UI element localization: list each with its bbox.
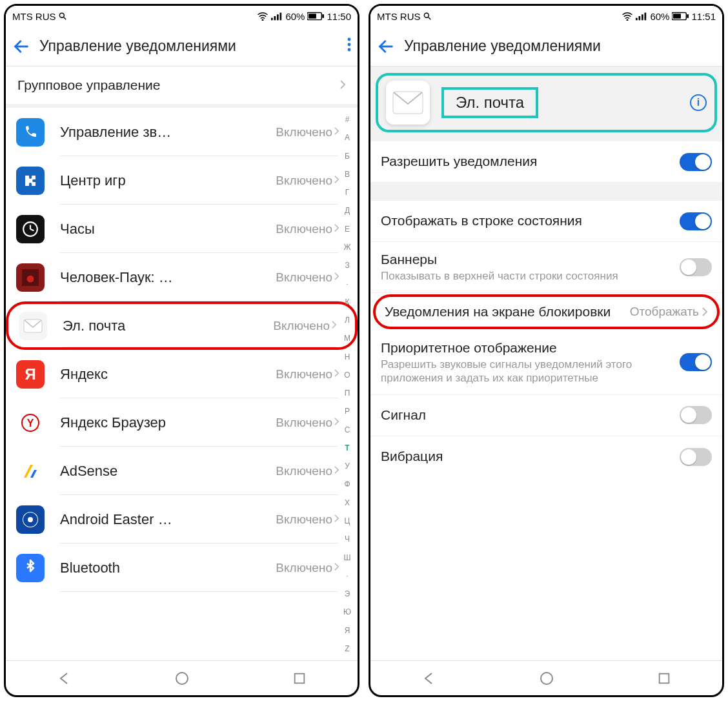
svg-point-13	[348, 48, 351, 51]
app-row-8[interactable]: Android Easter …Включено	[6, 495, 358, 544]
sound-toggle[interactable]	[680, 406, 712, 424]
svg-point-29	[424, 13, 429, 17]
carrier-label: MTS RUS	[12, 11, 56, 22]
banners-row[interactable]: Баннеры Показывать в верхней части строк…	[370, 242, 722, 293]
more-icon[interactable]	[347, 37, 351, 56]
svg-rect-9	[323, 14, 325, 18]
app-row-5[interactable]: ЯЯндексВключено	[6, 350, 358, 398]
app-row-6[interactable]: YЯндекс БраузерВключено	[6, 398, 358, 447]
app-icon	[16, 457, 45, 485]
vibration-toggle[interactable]	[680, 448, 712, 466]
svg-rect-38	[687, 14, 689, 18]
svg-line-1	[63, 17, 66, 20]
phone-left: MTS RUS 60% 11:50 Управление уведомления…	[4, 4, 359, 697]
app-row-3[interactable]: Человек-Паук: …Включено	[6, 253, 358, 301]
nav-home-icon[interactable]	[174, 671, 190, 686]
lockscreen-value: Отображать	[630, 305, 699, 319]
app-icon	[16, 215, 45, 243]
nav-home-icon[interactable]	[539, 671, 554, 686]
alpha-index-letter[interactable]: Я	[341, 626, 354, 635]
svg-rect-5	[277, 14, 279, 20]
alpha-index-letter[interactable]: Л	[341, 316, 354, 325]
alpha-index-letter[interactable]: П	[341, 389, 354, 398]
allow-notifications-toggle[interactable]	[680, 153, 712, 171]
alpha-index-letter[interactable]: Ч	[341, 534, 354, 544]
statusbar-toggle[interactable]	[680, 212, 712, 230]
alpha-index-letter[interactable]: Е	[341, 225, 354, 234]
app-status-label: Включено	[276, 513, 332, 527]
app-name-label: AdSense	[60, 463, 276, 480]
alpha-index-letter[interactable]: ·	[341, 571, 354, 580]
banners-label: Баннеры	[381, 251, 672, 268]
app-name-label: Яндекс Браузер	[60, 414, 276, 431]
app-row-7[interactable]: AdSenseВключено	[6, 447, 358, 495]
alpha-index-letter[interactable]: С	[341, 425, 354, 434]
lockscreen-row[interactable]: Уведомления на экране блокировки Отображ…	[373, 294, 720, 329]
app-row-4[interactable]: Эл. почтаВключено	[6, 301, 358, 350]
clock-label: 11:51	[691, 11, 716, 22]
alpha-index-letter[interactable]: Д	[341, 206, 354, 215]
alpha-index-letter[interactable]: К	[341, 298, 354, 307]
group-management-row[interactable]: Групповое управление	[6, 66, 358, 108]
vibration-row[interactable]: Вибрация	[370, 436, 722, 478]
alpha-index-letter[interactable]: В	[341, 170, 354, 179]
banners-toggle[interactable]	[680, 258, 712, 276]
app-status-label: Включено	[276, 561, 332, 575]
priority-toggle[interactable]	[680, 353, 712, 371]
app-list[interactable]: Управление зв…ВключеноЦентр игрВключеноЧ…	[6, 108, 358, 660]
app-row-1[interactable]: Центр игрВключено	[6, 156, 358, 205]
alpha-index[interactable]: #АБВГДЕЖЗ·КЛМНОПРСТУФХЦЧШ·ЭЮЯZ	[341, 108, 354, 660]
nav-back-icon[interactable]	[57, 671, 72, 686]
priority-row[interactable]: Приоритетное отображение Разрешить звуко…	[370, 330, 722, 395]
app-name-label: Центр игр	[60, 172, 276, 189]
back-icon[interactable]	[12, 37, 30, 56]
alpha-index-letter[interactable]: У	[341, 462, 354, 471]
app-icon	[16, 263, 45, 292]
svg-line-30	[428, 17, 430, 20]
app-row-2[interactable]: ЧасыВключено	[6, 205, 358, 253]
alpha-index-letter[interactable]: Z	[341, 644, 354, 653]
app-row-0[interactable]: Управление зв…Включено	[6, 108, 358, 156]
alpha-index-letter[interactable]: Ю	[341, 607, 354, 616]
chevron-right-icon	[334, 514, 339, 525]
info-icon[interactable]: i	[690, 94, 707, 111]
app-row-9[interactable]: BluetoothВключено	[6, 544, 358, 592]
alpha-index-letter[interactable]: Б	[341, 152, 354, 161]
sound-row[interactable]: Сигнал	[370, 395, 722, 436]
alpha-index-letter[interactable]: Р	[341, 407, 354, 416]
nav-recent-icon[interactable]	[292, 671, 307, 686]
alpha-index-letter[interactable]: Г	[341, 188, 354, 197]
sound-label: Сигнал	[381, 407, 672, 423]
svg-point-11	[348, 37, 351, 41]
alpha-index-letter[interactable]: ·	[341, 279, 354, 289]
svg-point-41	[541, 673, 552, 684]
app-header-block: Эл. почта i	[370, 66, 722, 141]
back-icon[interactable]	[377, 37, 395, 56]
alpha-index-letter[interactable]: Ш	[341, 553, 354, 562]
alpha-index-letter[interactable]: Ф	[341, 480, 354, 489]
alpha-index-letter[interactable]: А	[341, 133, 354, 142]
alpha-index-letter[interactable]: Э	[341, 589, 354, 598]
nav-bar	[6, 660, 358, 695]
alpha-index-letter[interactable]: О	[341, 371, 354, 380]
statusbar-label: Отображать в строке состояния	[381, 212, 672, 229]
allow-notifications-row[interactable]: Разрешить уведомления	[370, 141, 722, 183]
app-name-label: Часы	[60, 221, 276, 238]
alpha-index-letter[interactable]: Х	[341, 498, 354, 507]
allow-notifications-label: Разрешить уведомления	[381, 153, 672, 170]
alpha-index-letter[interactable]: З	[341, 261, 354, 270]
alpha-index-letter[interactable]: Т	[341, 443, 354, 452]
mail-icon	[386, 81, 430, 125]
chevron-right-icon	[702, 307, 708, 317]
statusbar-row[interactable]: Отображать в строке состояния	[370, 201, 722, 242]
alpha-index-letter[interactable]: М	[341, 334, 354, 343]
nav-recent-icon[interactable]	[657, 671, 671, 686]
alpha-index-letter[interactable]: #	[341, 115, 354, 124]
page-title: Управление уведомлениями	[404, 37, 716, 55]
nav-back-icon[interactable]	[421, 671, 437, 686]
alpha-index-letter[interactable]: Н	[341, 352, 354, 361]
alpha-index-letter[interactable]: Ц	[341, 516, 354, 525]
alpha-index-letter[interactable]: Ж	[341, 243, 354, 252]
svg-rect-6	[280, 13, 282, 21]
carrier-label: MTS RUS	[377, 11, 421, 22]
